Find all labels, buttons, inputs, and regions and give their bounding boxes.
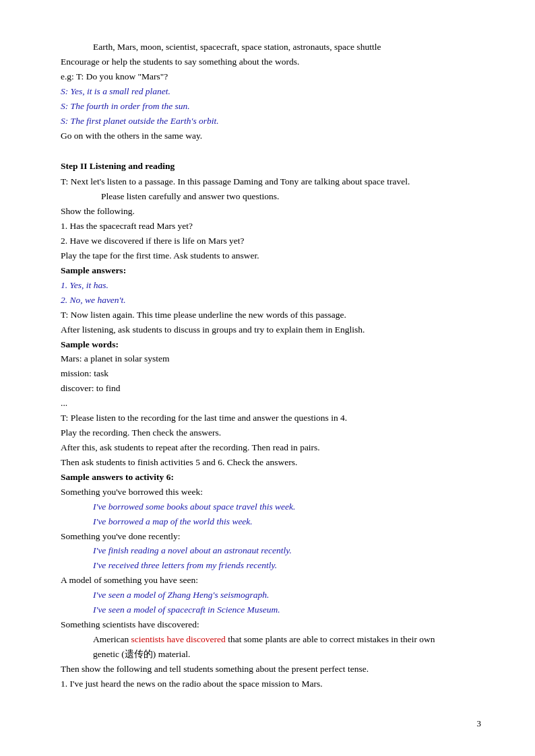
- discovered-pre: American: [93, 634, 131, 644]
- a2-italic: 2. No, we haven't.: [61, 294, 481, 308]
- discovered-red: scientists have discovered: [131, 634, 226, 644]
- eg-line: e.g: T: Do you know "Mars"?: [61, 70, 481, 84]
- vocab-line: Earth, Mars, moon, scientist, spacecraft…: [61, 40, 481, 55]
- after-listening-line: After listening, ask students to discuss…: [61, 323, 481, 337]
- mars-word-line: Mars: a planet in solar system: [61, 352, 481, 366]
- after-this-line: After this, ask students to repeat after…: [61, 441, 481, 455]
- page-number: 3: [477, 718, 482, 729]
- t-please-listen-line: T: Please listen to the recording for th…: [61, 411, 481, 425]
- discovered-text-line: American scientists have discovered that…: [61, 633, 481, 647]
- step2-title: Step II Listening and reading: [61, 160, 481, 174]
- seen2-italic: I've seen a model of spacecraft in Scien…: [61, 603, 481, 617]
- discovered-post: that some plants are able to correct mis…: [226, 634, 435, 644]
- go-on-line: Go on with the others in the same way.: [61, 129, 481, 143]
- done1-italic: I've finish reading a novel about an ast…: [61, 544, 481, 558]
- done2-italic: I've received three letters from my frie…: [61, 559, 481, 573]
- seen1-italic: I've seen a model of Zhang Heng's seismo…: [61, 588, 481, 603]
- encourage-line: Encourage or help the students to say so…: [61, 55, 481, 69]
- show-following-line: Show the following.: [61, 205, 481, 219]
- play-recording-line: Play the recording. Then check the answe…: [61, 426, 481, 440]
- q2-line: 2. Have we discovered if there is life o…: [61, 234, 481, 248]
- discover-word-line: discover: to find: [61, 382, 481, 396]
- borrowed1-italic: I've borrowed some books about space tra…: [61, 500, 481, 514]
- s1-italic: S: Yes, it is a small red planet.: [61, 85, 481, 99]
- sample-answers-label: Sample answers:: [61, 264, 481, 278]
- t-next-line: T: Next let's listen to a passage. In th…: [61, 175, 481, 189]
- borrowed-head-line: Something you've borrowed this week:: [61, 485, 481, 500]
- t-now-listen-line: T: Now listen again. This time please un…: [61, 308, 481, 322]
- play-tape-line: Play the tape for the first time. Ask st…: [61, 249, 481, 263]
- t-next-text: T: Next let's listen to a passage. In th…: [61, 176, 410, 186]
- q1-line: 1. Has the spacecraft read Mars yet?: [61, 219, 481, 234]
- sample-words-label: Sample words:: [61, 338, 481, 352]
- discovered-head-line: Something scientists have discovered:: [61, 618, 481, 632]
- seen-head-line: A model of something you have seen:: [61, 574, 481, 588]
- discovered-line2: genetic (遗传的) material.: [61, 648, 481, 662]
- page-content: Earth, Mars, moon, scientist, spacecraft…: [61, 40, 481, 691]
- done-head-line: Something you've done recently:: [61, 530, 481, 544]
- sample-act6-label: Sample answers to activity 6:: [61, 471, 481, 485]
- ellipsis-line: ...: [61, 397, 481, 411]
- borrowed2-italic: I've borrowed a map of the world this we…: [61, 515, 481, 529]
- mission-word-line: mission: task: [61, 367, 481, 381]
- please-listen-line: Please listen carefully and answer two q…: [61, 190, 481, 204]
- s2-italic: S: The fourth in order from the sun.: [61, 100, 481, 114]
- a1-italic: 1. Yes, it has.: [61, 279, 481, 293]
- s3-italic: S: The first planet outside the Earth's …: [61, 114, 481, 129]
- then-show-line: Then show the following and tell student…: [61, 662, 481, 677]
- then-ask-line: Then ask students to finish activities 5…: [61, 456, 481, 470]
- line1-line: 1. I've just heard the news on the radio…: [61, 677, 481, 691]
